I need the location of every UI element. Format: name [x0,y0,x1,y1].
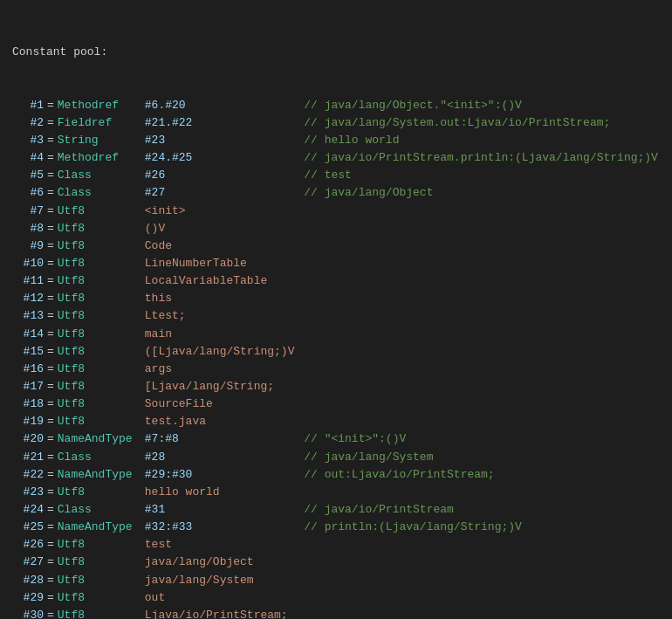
table-row: #17 = Utf8 [Ljava/lang/String; [12,378,660,395]
entry-type: Utf8 [58,413,145,430]
entry-comment: // println:(Ljava/lang/String;)V [250,519,522,536]
entry-ref1: ([Ljava/lang/String;)V [145,343,295,361]
equals-sign: = [47,519,54,536]
equals-sign: = [47,220,54,237]
entry-number: #24 [12,501,44,519]
entry-type: Utf8 [58,484,145,501]
table-row: #9 = Utf8 Code [12,237,660,255]
entry-comment: // java/lang/Object [250,184,434,202]
entry-number: #4 [12,149,44,167]
entry-ref1: Ljava/io/PrintStream; [145,607,288,619]
equals-sign: = [47,149,54,167]
entry-type: Class [58,501,145,519]
entry-comment: // java/lang/System [250,449,434,466]
entry-ref1: test.java [145,413,250,430]
equals-sign: = [47,430,54,448]
equals-sign: = [47,272,54,290]
table-row: #23 = Utf8 hello world [12,484,660,501]
entry-ref1: LineNumberTable [145,255,250,272]
entry-number: #13 [12,307,44,325]
table-row: #4 = Methodref #24.#25 // java/io/PrintS… [12,149,660,167]
entry-ref1: #24.#25 [145,149,250,167]
entry-type: NameAndType [58,466,145,484]
entry-number: #16 [12,361,44,378]
entry-type: Utf8 [58,220,145,237]
entry-type: Methodref [58,149,145,167]
entry-number: #29 [12,589,44,607]
entry-number: #10 [12,255,44,272]
entry-ref1: #27 [145,184,250,202]
entry-ref1: #6.#20 [145,97,250,114]
entry-ref1: test [145,536,250,554]
table-row: #5 = Class #26 // test [12,167,660,184]
equals-sign: = [47,536,54,554]
entry-number: #3 [12,132,44,149]
table-row: #22 = NameAndType #29:#30 // out:Ljava/i… [12,466,660,484]
equals-sign: = [47,607,54,619]
equals-sign: = [47,378,54,395]
entry-type: Utf8 [58,589,145,607]
equals-sign: = [47,395,54,413]
entry-ref1: #21.#22 [145,114,250,132]
table-row: #30 = Utf8 Ljava/io/PrintStream; [12,607,660,619]
equals-sign: = [47,326,54,343]
entry-type: Utf8 [58,361,145,378]
entry-number: #1 [12,97,44,114]
entry-type: Utf8 [58,343,145,361]
table-row: #24 = Class #31 // java/io/PrintStream [12,501,660,519]
equals-sign: = [47,466,54,484]
table-row: #21 = Class #28 // java/lang/System [12,449,660,466]
table-row: #12 = Utf8 this [12,290,660,307]
entry-ref1: ()V [145,220,250,237]
equals-sign: = [47,554,54,571]
entry-type: String [58,132,145,149]
entry-number: #8 [12,220,44,237]
equals-sign: = [47,361,54,378]
entry-ref1: #7:#8 [145,430,250,448]
table-row: #15 = Utf8 ([Ljava/lang/String;)V [12,343,660,361]
equals-sign: = [47,237,54,255]
entry-number: #5 [12,167,44,184]
table-row: #6 = Class #27 // java/lang/Object [12,184,660,202]
table-row: #13 = Utf8 Ltest; [12,307,660,325]
entry-comment: // java/lang/Object."<init>":()V [250,97,522,114]
entry-number: #28 [12,572,44,589]
entry-type: Utf8 [58,307,145,325]
equals-sign: = [47,167,54,184]
entry-number: #2 [12,114,44,132]
entries-container: #1 = Methodref #6.#20 // java/lang/Objec… [12,97,660,619]
entry-comment: // java/lang/System.out:Ljava/io/PrintSt… [250,114,610,132]
table-row: #11 = Utf8 LocalVariableTable [12,272,660,290]
equals-sign: = [47,343,54,361]
entry-ref1: #28 [145,449,250,466]
entry-number: #26 [12,536,44,554]
equals-sign: = [47,413,54,430]
equals-sign: = [47,484,54,501]
entry-number: #14 [12,326,44,343]
entry-ref1: Ltest; [145,307,250,325]
entry-number: #22 [12,466,44,484]
equals-sign: = [47,132,54,149]
entry-ref1: java/lang/System [145,572,254,589]
entry-ref1: hello world [145,484,250,501]
equals-sign: = [47,449,54,466]
entry-number: #30 [12,607,44,619]
entry-number: #7 [12,203,44,220]
entry-type: Class [58,167,145,184]
entry-type: Utf8 [58,554,145,571]
equals-sign: = [47,290,54,307]
entry-ref1: LocalVariableTable [145,272,267,290]
entry-ref1: java/lang/Object [145,554,254,571]
entry-comment: // hello world [250,132,400,149]
entry-number: #17 [12,378,44,395]
entry-number: #25 [12,519,44,536]
code-block: Constant pool: #1 = Methodref #6.#20 // … [12,9,660,619]
entry-type: Class [58,184,145,202]
entry-type: Utf8 [58,290,145,307]
entry-ref1: <init> [145,203,250,220]
equals-sign: = [47,589,54,607]
equals-sign: = [47,501,54,519]
entry-ref1: this [145,290,250,307]
entry-ref1: args [145,361,250,378]
entry-number: #18 [12,395,44,413]
